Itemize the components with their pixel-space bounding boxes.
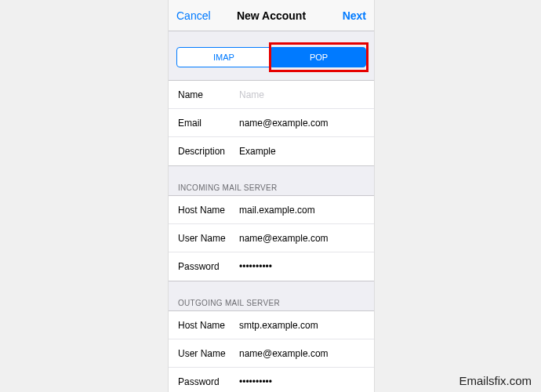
email-row[interactable]: Email name@example.com: [169, 109, 374, 137]
outgoing-user-label: User Name: [178, 348, 239, 359]
outgoing-host-label: Host Name: [178, 320, 239, 331]
incoming-user-field[interactable]: name@example.com: [239, 233, 365, 244]
outgoing-host-field[interactable]: smtp.example.com: [239, 320, 365, 331]
page-title: New Account: [216, 9, 327, 22]
outgoing-user-field[interactable]: name@example.com: [239, 348, 365, 359]
tab-imap[interactable]: IMAP: [176, 47, 271, 67]
incoming-password-field[interactable]: ••••••••••: [239, 261, 365, 272]
protocol-tabs: IMAP POP: [169, 31, 374, 80]
account-info-group: Name Name Email name@example.com Descrip…: [169, 80, 374, 166]
incoming-host-label: Host Name: [178, 205, 239, 216]
incoming-user-label: User Name: [178, 233, 239, 244]
email-label: Email: [178, 118, 239, 129]
incoming-host-row[interactable]: Host Name mail.example.com: [169, 196, 374, 224]
navigation-bar: Cancel New Account Next: [169, 0, 374, 31]
incoming-header: INCOMING MAIL SERVER: [169, 180, 374, 195]
outgoing-password-label: Password: [178, 376, 239, 387]
tab-pop[interactable]: POP: [271, 47, 366, 67]
description-row[interactable]: Description Example: [169, 137, 374, 165]
watermark-text: Emailsfix.com: [459, 374, 532, 387]
incoming-host-field[interactable]: mail.example.com: [239, 205, 365, 216]
outgoing-password-row[interactable]: Password ••••••••••: [169, 368, 374, 392]
cancel-button[interactable]: Cancel: [176, 9, 216, 22]
incoming-user-row[interactable]: User Name name@example.com: [169, 224, 374, 252]
outgoing-password-field[interactable]: ••••••••••: [239, 376, 365, 387]
name-row[interactable]: Name Name: [169, 81, 374, 109]
outgoing-server-group: Host Name smtp.example.com User Name nam…: [169, 310, 374, 392]
next-button[interactable]: Next: [327, 9, 366, 22]
name-label: Name: [178, 89, 239, 100]
name-field[interactable]: Name: [239, 89, 365, 100]
description-field[interactable]: Example: [239, 146, 365, 157]
tab-pop-label: POP: [310, 53, 328, 62]
email-field[interactable]: name@example.com: [239, 118, 365, 129]
outgoing-user-row[interactable]: User Name name@example.com: [169, 339, 374, 368]
incoming-password-label: Password: [178, 261, 239, 272]
phone-screen: Cancel New Account Next IMAP POP Name Na…: [168, 0, 375, 392]
outgoing-host-row[interactable]: Host Name smtp.example.com: [169, 311, 374, 339]
incoming-server-group: Host Name mail.example.com User Name nam…: [169, 195, 374, 281]
outgoing-header: OUTGOING MAIL SERVER: [169, 296, 374, 310]
description-label: Description: [178, 146, 239, 157]
incoming-password-row[interactable]: Password ••••••••••: [169, 252, 374, 281]
